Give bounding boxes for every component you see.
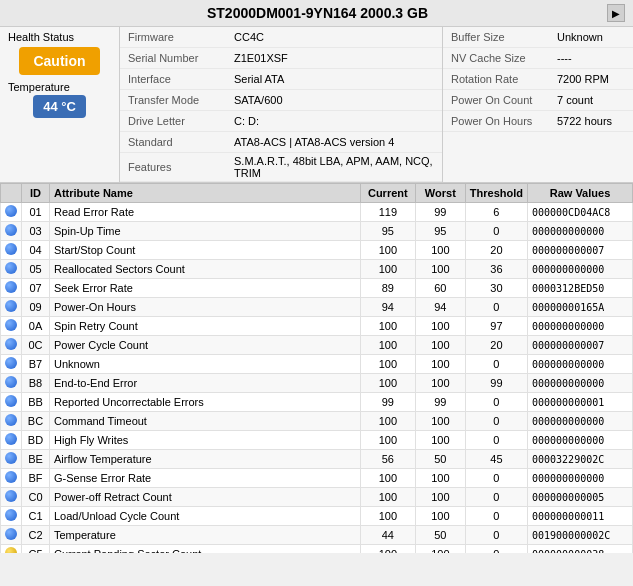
row-current: 100 — [360, 317, 415, 336]
table-row[interactable]: 03 Spin-Up Time 95 95 0 000000000000 — [1, 222, 633, 241]
table-row[interactable]: B7 Unknown 100 100 0 000000000000 — [1, 355, 633, 374]
right-label-0: Buffer Size — [443, 29, 553, 45]
table-row[interactable]: C5 Current Pending Sector Count 100 100 … — [1, 545, 633, 554]
row-id: 0C — [22, 336, 50, 355]
right-field-row: Buffer Size Unknown — [443, 27, 633, 48]
center-value-3: SATA/600 — [230, 92, 287, 108]
smart-table-container[interactable]: ID Attribute Name Current Worst Threshol… — [0, 183, 633, 553]
row-name: Load/Unload Cycle Count — [50, 507, 361, 526]
row-raw: 000000000005 — [528, 488, 633, 507]
row-name: High Fly Writes — [50, 431, 361, 450]
row-name: Power-off Retract Count — [50, 488, 361, 507]
center-label-2: Interface — [120, 71, 230, 87]
row-current: 100 — [360, 469, 415, 488]
row-worst: 99 — [415, 203, 465, 222]
row-id: 07 — [22, 279, 50, 298]
row-current: 100 — [360, 241, 415, 260]
row-current: 44 — [360, 526, 415, 545]
row-name: Current Pending Sector Count — [50, 545, 361, 554]
row-dot — [1, 241, 22, 260]
center-field-row: Firmware CC4C — [120, 27, 442, 48]
table-row[interactable]: 01 Read Error Rate 119 99 6 000000CD04AC… — [1, 203, 633, 222]
row-current: 100 — [360, 336, 415, 355]
row-dot — [1, 298, 22, 317]
center-value-2: Serial ATA — [230, 71, 288, 87]
row-dot — [1, 393, 22, 412]
table-row[interactable]: BE Airflow Temperature 56 50 45 00003229… — [1, 450, 633, 469]
col-raw: Raw Values — [528, 184, 633, 203]
row-raw: 000000000000 — [528, 469, 633, 488]
center-field-row: Drive Letter C: D: — [120, 111, 442, 132]
row-worst: 100 — [415, 507, 465, 526]
table-row[interactable]: C2 Temperature 44 50 0 001900000002C — [1, 526, 633, 545]
row-raw: 0000312BED50 — [528, 279, 633, 298]
right-value-3: 7 count — [553, 92, 597, 108]
center-label-1: Serial Number — [120, 50, 230, 66]
row-raw: 000000000007 — [528, 241, 633, 260]
row-id: BB — [22, 393, 50, 412]
center-value-1: Z1E01XSF — [230, 50, 292, 66]
table-row[interactable]: BF G-Sense Error Rate 100 100 0 00000000… — [1, 469, 633, 488]
table-row[interactable]: BB Reported Uncorrectable Errors 99 99 0… — [1, 393, 633, 412]
row-threshold: 20 — [465, 336, 527, 355]
row-threshold: 0 — [465, 393, 527, 412]
right-value-1: ---- — [553, 50, 576, 66]
table-row[interactable]: C1 Load/Unload Cycle Count 100 100 0 000… — [1, 507, 633, 526]
row-dot — [1, 260, 22, 279]
row-id: BD — [22, 431, 50, 450]
row-id: 03 — [22, 222, 50, 241]
row-id: 0A — [22, 317, 50, 336]
row-name: Start/Stop Count — [50, 241, 361, 260]
row-id: C2 — [22, 526, 50, 545]
row-threshold: 0 — [465, 412, 527, 431]
row-worst: 99 — [415, 393, 465, 412]
row-name: Spin Retry Count — [50, 317, 361, 336]
window-title: ST2000DM001-9YN164 2000.3 GB — [28, 5, 607, 21]
temp-value: 44 °C — [33, 95, 86, 118]
standard-label: Standard — [120, 134, 230, 150]
row-worst: 100 — [415, 241, 465, 260]
table-row[interactable]: 05 Reallocated Sectors Count 100 100 36 … — [1, 260, 633, 279]
row-current: 56 — [360, 450, 415, 469]
row-current: 94 — [360, 298, 415, 317]
row-threshold: 0 — [465, 545, 527, 554]
row-threshold: 0 — [465, 431, 527, 450]
center-field-row: Interface Serial ATA — [120, 69, 442, 90]
row-raw: 000000CD04AC8 — [528, 203, 633, 222]
row-current: 100 — [360, 374, 415, 393]
title-bar: ST2000DM001-9YN164 2000.3 GB ▶ — [0, 0, 633, 27]
row-current: 119 — [360, 203, 415, 222]
expand-button[interactable]: ▶ — [607, 4, 625, 22]
table-row[interactable]: B8 End-to-End Error 100 100 99 000000000… — [1, 374, 633, 393]
table-row[interactable]: 09 Power-On Hours 94 94 0 00000000165A — [1, 298, 633, 317]
standard-value: ATA8-ACS | ATA8-ACS version 4 — [230, 134, 398, 150]
center-label-0: Firmware — [120, 29, 230, 45]
table-header-row: ID Attribute Name Current Worst Threshol… — [1, 184, 633, 203]
table-row[interactable]: BD High Fly Writes 100 100 0 00000000000… — [1, 431, 633, 450]
table-row[interactable]: 0C Power Cycle Count 100 100 20 00000000… — [1, 336, 633, 355]
table-row[interactable]: 0A Spin Retry Count 100 100 97 000000000… — [1, 317, 633, 336]
row-name: Read Error Rate — [50, 203, 361, 222]
row-id: B7 — [22, 355, 50, 374]
col-current: Current — [360, 184, 415, 203]
row-threshold: 0 — [465, 298, 527, 317]
table-row[interactable]: 04 Start/Stop Count 100 100 20 000000000… — [1, 241, 633, 260]
row-threshold: 45 — [465, 450, 527, 469]
table-row[interactable]: BC Command Timeout 100 100 0 00000000000… — [1, 412, 633, 431]
row-threshold: 20 — [465, 241, 527, 260]
table-row[interactable]: C0 Power-off Retract Count 100 100 0 000… — [1, 488, 633, 507]
row-id: 01 — [22, 203, 50, 222]
row-id: 04 — [22, 241, 50, 260]
right-value-0: Unknown — [553, 29, 607, 45]
row-raw: 000000000000 — [528, 317, 633, 336]
row-dot — [1, 507, 22, 526]
row-id: C0 — [22, 488, 50, 507]
right-field-row: NV Cache Size ---- — [443, 48, 633, 69]
center-value-0: CC4C — [230, 29, 268, 45]
row-raw: 00000000165A — [528, 298, 633, 317]
row-dot — [1, 450, 22, 469]
center-label-4: Drive Letter — [120, 113, 230, 129]
table-row[interactable]: 07 Seek Error Rate 89 60 30 0000312BED50 — [1, 279, 633, 298]
row-threshold: 36 — [465, 260, 527, 279]
row-id: BF — [22, 469, 50, 488]
